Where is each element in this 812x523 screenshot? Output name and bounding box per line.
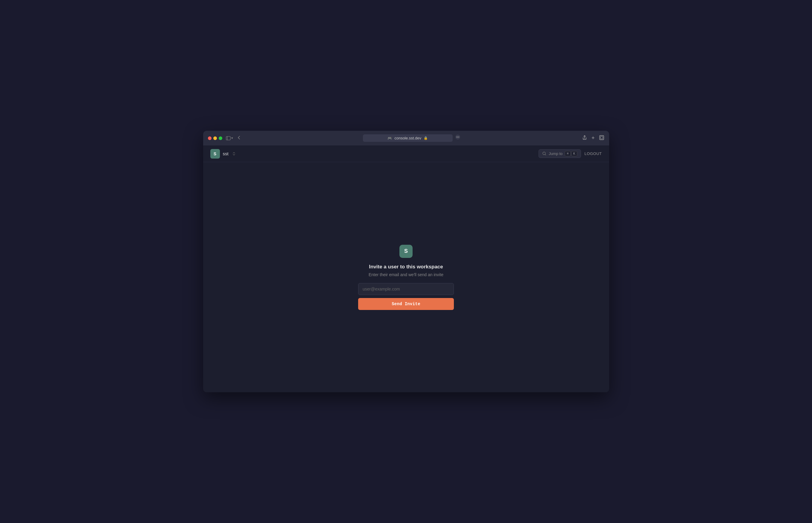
tabs-icon[interactable] <box>599 135 605 142</box>
keyboard-shortcut: ⌘ K <box>565 151 577 156</box>
svg-rect-6 <box>599 136 604 140</box>
traffic-lights <box>208 137 222 140</box>
address-bar-inner[interactable]: 🎮 console.sst.dev 🔒 <box>363 134 453 142</box>
jump-to-label: Jump to <box>549 151 562 156</box>
jump-to-button[interactable]: Jump to ⌘ K <box>539 149 581 158</box>
svg-rect-7 <box>600 137 603 139</box>
email-input[interactable] <box>358 283 454 295</box>
svg-point-3 <box>456 137 457 137</box>
invite-workspace-avatar: S <box>399 245 413 258</box>
browser-controls: ▾ <box>226 135 241 141</box>
lock-icon: 🔒 <box>423 136 428 140</box>
header-right: Jump to ⌘ K LOGOUT <box>539 149 602 158</box>
logout-button[interactable]: LOGOUT <box>584 151 602 156</box>
send-invite-button[interactable]: Send Invite <box>358 298 454 310</box>
k-key: K <box>572 151 577 156</box>
app-header: S sst Jump to ⌘ K LOGOU <box>203 145 609 162</box>
meta-key: ⌘ <box>565 151 571 156</box>
address-bar: 🎮 console.sst.dev 🔒 <box>245 134 578 142</box>
more-options-icon[interactable] <box>455 134 461 142</box>
invite-title: Invite a user to this workspace <box>369 264 443 270</box>
workspace-avatar: S <box>210 149 220 159</box>
invite-card: S Invite a user to this workspace Enter … <box>358 245 454 310</box>
minimize-button[interactable] <box>213 137 217 140</box>
browser-actions: + <box>582 135 605 142</box>
search-icon <box>542 152 546 156</box>
maximize-button[interactable] <box>219 137 222 140</box>
workspace-switcher-button[interactable] <box>232 151 236 156</box>
close-button[interactable] <box>208 137 212 140</box>
url-text: console.sst.dev <box>394 136 421 140</box>
share-icon[interactable] <box>582 135 587 142</box>
svg-rect-0 <box>226 137 230 140</box>
svg-point-5 <box>458 137 459 137</box>
header-left: S sst <box>210 149 236 159</box>
browser-window: ▾ 🎮 console.sst.dev 🔒 <box>203 131 609 392</box>
svg-point-4 <box>457 137 458 137</box>
back-button[interactable] <box>237 135 241 141</box>
app-main: S Invite a user to this workspace Enter … <box>203 162 609 392</box>
workspace-name: sst <box>223 151 229 156</box>
browser-chrome: ▾ 🎮 console.sst.dev 🔒 <box>203 131 609 145</box>
new-tab-icon[interactable]: + <box>592 135 595 141</box>
url-favicon: 🎮 <box>387 136 392 140</box>
sidebar-toggle-button[interactable]: ▾ <box>226 136 233 141</box>
invite-subtitle: Enter their email and we'll send an invi… <box>368 272 444 277</box>
